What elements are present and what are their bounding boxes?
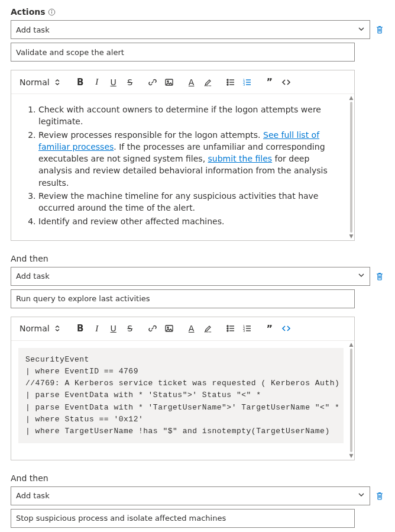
task-title-value: Run query to explore last activities xyxy=(16,294,150,303)
svg-point-7 xyxy=(227,82,228,83)
submit-files-link[interactable]: submit the files xyxy=(208,154,273,163)
highlight-icon[interactable] xyxy=(201,320,215,337)
list-item: Check with account owners to determine i… xyxy=(38,104,341,128)
quote-icon[interactable]: ” xyxy=(263,320,277,337)
chevron-down-icon xyxy=(358,272,365,280)
editor-toolbar: Normal B I U S A xyxy=(11,70,354,94)
numbered-list-icon[interactable]: 123 xyxy=(240,320,254,337)
scroll-thumb[interactable] xyxy=(350,102,352,233)
list-item: Review processes responsible for the log… xyxy=(38,129,341,189)
highlight-icon[interactable] xyxy=(201,74,215,91)
italic-button[interactable]: I xyxy=(90,320,104,337)
quote-icon[interactable]: ” xyxy=(263,74,277,91)
task-title-input[interactable]: Stop suspicious process and isolate affe… xyxy=(11,509,355,528)
list-item: Identify and review other affected machi… xyxy=(38,215,341,227)
info-icon[interactable] xyxy=(48,8,56,16)
dropdown-value: Add task xyxy=(16,25,50,34)
scroll-thumb[interactable] xyxy=(350,349,352,452)
font-color-icon[interactable]: A xyxy=(184,74,199,91)
dropdown-value: Add task xyxy=(16,272,50,280)
task-title-value: Stop suspicious process and isolate affe… xyxy=(16,514,226,523)
chevron-down-icon xyxy=(358,25,365,34)
scroll-down-icon[interactable]: ▼ xyxy=(349,234,354,239)
task-title-input[interactable]: Validate and scope the alert xyxy=(11,43,355,62)
format-dropdown[interactable]: Normal xyxy=(17,78,63,87)
svg-text:3: 3 xyxy=(243,329,245,333)
svg-point-18 xyxy=(167,327,169,328)
link-icon[interactable] xyxy=(145,74,160,91)
rich-text-editor: Normal B I U S A xyxy=(11,317,355,460)
strikethrough-button[interactable]: S xyxy=(123,320,137,337)
editor-content[interactable]: Check with account owners to determine i… xyxy=(11,94,354,240)
italic-button[interactable]: I xyxy=(90,74,104,91)
task-type-dropdown[interactable]: Add task xyxy=(11,20,370,39)
image-icon[interactable] xyxy=(162,320,176,337)
svg-point-1 xyxy=(51,10,52,11)
rich-text-editor: Normal B I U S A xyxy=(11,70,355,241)
svg-point-4 xyxy=(167,80,169,82)
underline-button[interactable]: U xyxy=(106,74,121,91)
svg-point-23 xyxy=(227,330,228,331)
svg-point-9 xyxy=(227,84,228,85)
and-then-label: And then xyxy=(11,254,384,263)
scroll-up-icon[interactable]: ▲ xyxy=(349,95,354,101)
font-color-icon[interactable]: A xyxy=(184,320,199,337)
delete-action-button[interactable] xyxy=(375,491,384,501)
bulleted-list-icon[interactable] xyxy=(224,320,238,337)
task-type-dropdown[interactable]: Add task xyxy=(11,486,370,505)
scrollbar[interactable]: ▲ ▼ xyxy=(348,341,354,460)
task-type-dropdown[interactable]: Add task xyxy=(11,267,370,286)
task-title-input[interactable]: Run query to explore last activities xyxy=(11,289,355,308)
svg-point-5 xyxy=(227,79,228,80)
svg-text:3: 3 xyxy=(243,83,245,86)
delete-action-button[interactable] xyxy=(375,25,384,34)
actions-title: Actions xyxy=(11,7,46,17)
underline-button[interactable]: U xyxy=(106,320,121,337)
code-block-icon[interactable] xyxy=(279,320,293,337)
image-icon[interactable] xyxy=(162,74,176,91)
svg-point-21 xyxy=(227,328,228,329)
bold-button[interactable]: B xyxy=(73,74,88,91)
scroll-down-icon[interactable]: ▼ xyxy=(349,453,354,459)
numbered-list-icon[interactable]: 123 xyxy=(240,74,254,91)
link-icon[interactable] xyxy=(145,320,160,337)
editor-toolbar: Normal B I U S A xyxy=(11,317,354,341)
delete-action-button[interactable] xyxy=(375,272,384,281)
svg-point-19 xyxy=(227,325,228,327)
scroll-up-icon[interactable]: ▲ xyxy=(349,342,354,347)
bulleted-list-icon[interactable] xyxy=(224,74,238,91)
code-content: SecurityEvent | where EventID == 4769 //… xyxy=(18,348,344,443)
bold-button[interactable]: B xyxy=(73,320,88,337)
dropdown-value: Add task xyxy=(16,491,50,500)
format-dropdown[interactable]: Normal xyxy=(17,324,63,333)
and-then-label: And then xyxy=(11,473,384,483)
strikethrough-button[interactable]: S xyxy=(123,74,137,91)
editor-content[interactable]: SecurityEvent | where EventID == 4769 //… xyxy=(11,341,354,460)
list-item: Review the machine timeline for any susp… xyxy=(38,190,341,214)
code-block-icon[interactable] xyxy=(279,74,293,91)
actions-header: Actions xyxy=(11,7,384,17)
chevron-down-icon xyxy=(358,491,365,500)
task-title-value: Validate and scope the alert xyxy=(16,48,124,57)
scrollbar[interactable]: ▲ ▼ xyxy=(348,94,354,240)
